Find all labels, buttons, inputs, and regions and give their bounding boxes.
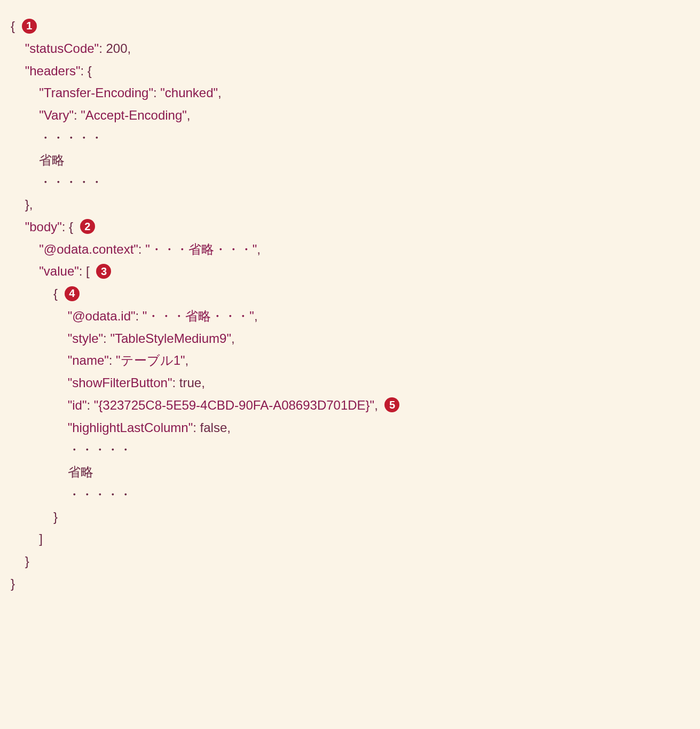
dots: ・・・・・ (68, 487, 132, 501)
brace-close: } (11, 576, 15, 591)
badge-4: 4 (65, 286, 80, 301)
key-odata-id: "@odata.id" (68, 309, 136, 323)
key-showfilter: "showFilterButton" (68, 375, 172, 390)
key-style: "style" (68, 331, 103, 346)
badge-5: 5 (384, 397, 399, 412)
val-id: "{323725C8-5E59-4CBD-90FA-A08693D701DE}" (94, 398, 374, 412)
val-vary: "Accept-Encoding" (81, 108, 186, 122)
key-id: "id" (68, 398, 87, 412)
val-statuscode: 200 (106, 41, 127, 56)
badge-3: 3 (96, 264, 111, 279)
dots: ・・・・・ (39, 175, 103, 189)
key-name: "name" (68, 353, 109, 367)
key-value: "value" (39, 264, 78, 278)
badge-1: 1 (22, 19, 37, 34)
brace-open: { (11, 19, 15, 33)
key-headers: "headers" (25, 64, 81, 78)
val-odata-context: "・・・省略・・・" (145, 242, 257, 256)
val-false: false (200, 420, 227, 435)
key-statuscode: "statusCode" (25, 41, 99, 56)
badge-2: 2 (80, 219, 95, 234)
val-transfer-encoding: "chunked" (160, 85, 218, 100)
val-name: "テーブル1" (116, 353, 185, 367)
omit-text: 省略 (39, 153, 65, 167)
dots: ・・・・・ (39, 130, 103, 145)
val-style: "TableStyleMedium9" (110, 331, 231, 346)
key-transfer-encoding: "Transfer-Encoding" (39, 85, 153, 100)
key-body: "body" (25, 220, 62, 234)
omit-text: 省略 (68, 465, 93, 479)
key-highlight: "highlightLastColumn" (68, 420, 193, 435)
key-odata-context: "@odata.context" (39, 242, 138, 256)
val-odata-id: "・・・省略・・・" (143, 309, 254, 323)
code-block: { 1 "statusCode": 200, "headers": { "Tra… (11, 15, 689, 595)
key-vary: "Vary" (39, 108, 74, 122)
dots: ・・・・・ (68, 442, 132, 457)
val-true: true (179, 375, 201, 390)
